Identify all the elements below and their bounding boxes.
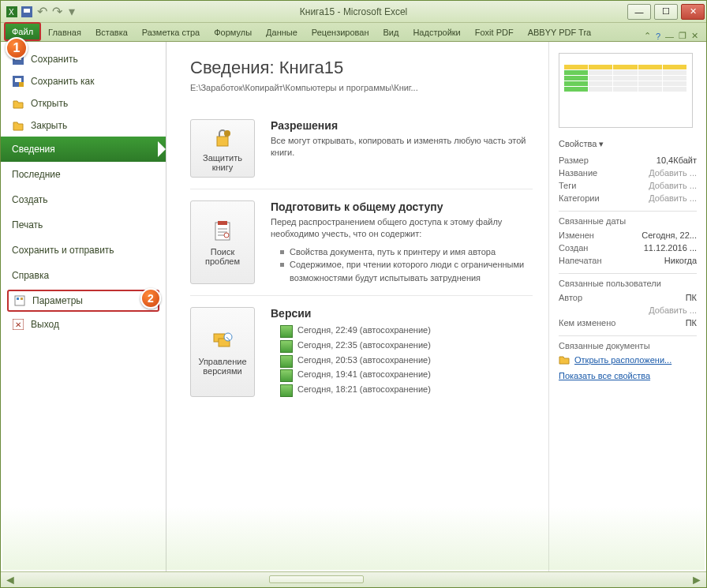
- tab-review[interactable]: Рецензирован: [305, 24, 376, 41]
- scroll-left-icon[interactable]: ◄: [4, 574, 17, 586]
- version-item[interactable]: Сегодня, 22:49 (автосохранение): [280, 323, 533, 338]
- section-versions: Управление версиями Версии Сегодня, 22:4…: [190, 296, 533, 407]
- prop-author-add-val: Добавить ...: [649, 305, 697, 315]
- nav-recent-label: Последние: [12, 169, 61, 180]
- nav-share[interactable]: Сохранить и отправить: [1, 238, 166, 263]
- prop-author-add[interactable]: Добавить ...: [559, 304, 697, 316]
- nav-close[interactable]: Закрыть: [1, 114, 166, 137]
- prop-cat-key: Категории: [559, 193, 600, 203]
- svg-rect-10: [17, 298, 19, 300]
- svg-rect-9: [15, 296, 24, 305]
- prop-printed: НапечатанНикогда: [559, 254, 697, 267]
- horizontal-scrollbar[interactable]: ◄ ►: [1, 571, 706, 587]
- nav-saveas[interactable]: Сохранить как: [1, 70, 166, 92]
- version-item[interactable]: Сегодня, 22:35 (автосохранение): [280, 338, 533, 353]
- section-inspect: Поиск проблем Подготовить к общему досту…: [190, 189, 533, 296]
- prop-modby: Кем измененоПК: [559, 316, 697, 329]
- svg-rect-8: [19, 82, 24, 87]
- tab-home[interactable]: Главная: [41, 24, 88, 41]
- prop-mod-val: Сегодня, 22...: [642, 230, 697, 240]
- backstage-nav: Сохранить Сохранить как Открыть Закрыть …: [1, 42, 166, 571]
- inspect-button[interactable]: Поиск проблем: [190, 200, 255, 284]
- versions-list: Сегодня, 22:49 (автосохранение) Сегодня,…: [271, 323, 533, 396]
- minimize-ribbon-icon[interactable]: ⌃: [644, 31, 651, 41]
- nav-help[interactable]: Справка: [1, 263, 166, 288]
- prop-users-heading: Связанные пользователи: [559, 279, 697, 288]
- window-title: Книга15 - Microsoft Excel: [300, 6, 407, 17]
- protect-btn-label: Защитить книгу: [194, 153, 251, 172]
- close-button[interactable]: ✕: [681, 4, 705, 20]
- save-icon[interactable]: [21, 6, 33, 18]
- nav-recent[interactable]: Последние: [1, 162, 166, 187]
- prop-categories: КатегорииДобавить ...: [559, 192, 697, 204]
- show-all-properties-link[interactable]: Показать все свойства: [559, 371, 697, 380]
- version-item[interactable]: Сегодня, 20:53 (автосохранение): [280, 353, 533, 368]
- prop-title-val[interactable]: Добавить ...: [649, 168, 697, 178]
- prop-cat-val[interactable]: Добавить ...: [649, 193, 697, 203]
- version-item[interactable]: Сегодня, 19:41 (автосохранение): [280, 367, 533, 382]
- tab-foxit[interactable]: Foxit PDF: [468, 24, 521, 41]
- lock-icon: [210, 125, 235, 150]
- prop-created: Создан11.12.2016 ...: [559, 242, 697, 254]
- nav-info[interactable]: Сведения: [1, 137, 166, 162]
- tab-formulas[interactable]: Формулы: [207, 24, 259, 41]
- nav-new[interactable]: Создать: [1, 187, 166, 212]
- maximize-button[interactable]: ☐: [654, 4, 678, 20]
- svg-rect-17: [218, 221, 227, 225]
- version-item[interactable]: Сегодня, 18:21 (автосохранение): [280, 382, 533, 397]
- svg-text:X: X: [9, 8, 14, 17]
- minimize-button[interactable]: —: [627, 4, 651, 20]
- tab-addins[interactable]: Надстройки: [406, 24, 467, 41]
- tab-view[interactable]: Вид: [376, 24, 406, 41]
- nav-print[interactable]: Печать: [1, 212, 166, 238]
- inspect-text: Перед распространением общего доступа к …: [271, 216, 533, 241]
- folder-icon: [559, 354, 570, 366]
- properties-header[interactable]: Свойства ▾: [559, 139, 697, 149]
- qat-more-icon[interactable]: ▾: [65, 6, 78, 18]
- nav-exit-label: Выход: [31, 319, 59, 330]
- scroll-thumb[interactable]: [269, 575, 364, 583]
- info-panel: Сведения: Книга15 E:\Заработок\Копирайт\…: [166, 42, 706, 571]
- backstage: Сохранить Сохранить как Открыть Закрыть …: [1, 42, 706, 571]
- mdi-close-icon[interactable]: ✕: [691, 31, 698, 41]
- prop-dates-heading: Связанные даты: [559, 216, 697, 226]
- open-location-link[interactable]: Открыть расположени...: [559, 354, 697, 366]
- info-title-prefix: Сведения:: [190, 58, 279, 77]
- scroll-right-icon[interactable]: ►: [690, 574, 703, 586]
- prop-docs: Связанные документы Открыть расположени.…: [559, 335, 697, 380]
- folder-close-icon: [12, 119, 24, 132]
- inspect-body: Подготовить к общему доступу Перед распр…: [271, 200, 533, 284]
- prop-tags-val[interactable]: Добавить ...: [649, 181, 697, 190]
- options-icon: [13, 294, 26, 307]
- info-title-doc: Книга15: [279, 58, 344, 77]
- inspect-heading: Подготовить к общему доступу: [271, 200, 533, 213]
- nav-options-label: Параметры: [32, 295, 83, 306]
- nav-saveas-label: Сохранить как: [31, 76, 94, 87]
- versions-body: Версии Сегодня, 22:49 (автосохранение) С…: [271, 307, 533, 396]
- nav-options[interactable]: Параметры 2: [7, 290, 159, 312]
- nav-open[interactable]: Открыть: [1, 92, 166, 114]
- tab-layout[interactable]: Разметка стра: [135, 24, 207, 41]
- help-icon[interactable]: ?: [656, 32, 660, 41]
- protect-workbook-button[interactable]: Защитить книгу: [190, 119, 255, 178]
- tab-data[interactable]: Данные: [259, 24, 305, 41]
- nav-save-label: Сохранить: [31, 54, 78, 65]
- prop-title-key: Название: [559, 168, 597, 178]
- prop-modby-val: ПК: [686, 318, 697, 328]
- redo-icon[interactable]: ↷: [50, 6, 63, 18]
- exit-icon: ✕: [12, 318, 24, 331]
- svg-rect-11: [21, 298, 23, 300]
- svg-rect-3: [24, 9, 30, 13]
- prop-title: НазваниеДобавить ...: [559, 167, 697, 179]
- svg-rect-14: [217, 137, 228, 146]
- nav-exit[interactable]: ✕Выход: [1, 313, 166, 335]
- mdi-restore-icon[interactable]: ❐: [679, 31, 686, 41]
- inspect-item-2: Содержимое, при чтении которого люди с о…: [280, 258, 533, 284]
- tab-abbyy[interactable]: ABBYY PDF Tra: [521, 24, 599, 41]
- tab-insert[interactable]: Вставка: [88, 24, 135, 41]
- prop-dates: Связанные даты ИзмененСегодня, 22... Соз…: [559, 211, 697, 267]
- nav-open-label: Открыть: [31, 98, 68, 109]
- mdi-min-icon[interactable]: —: [665, 32, 674, 41]
- versions-button[interactable]: Управление версиями: [190, 307, 255, 396]
- undo-icon[interactable]: ↶: [36, 6, 48, 18]
